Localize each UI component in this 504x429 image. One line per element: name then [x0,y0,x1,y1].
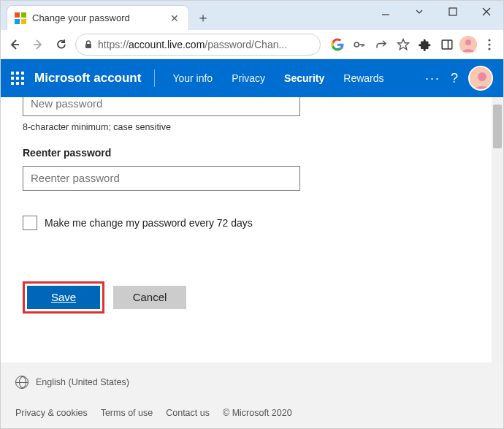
new-password-field[interactable] [23,97,300,116]
nav-rewards[interactable]: Rewards [339,72,388,84]
url-scheme: https:// [98,39,129,50]
help-icon[interactable]: ? [451,71,458,86]
save-button-highlight: Save [23,281,104,314]
star-icon[interactable] [394,35,413,54]
svg-point-21 [488,43,490,45]
url-host: account.live.com [129,39,205,50]
svg-point-22 [488,48,490,50]
footer-contact-link[interactable]: Contact us [166,408,210,418]
nav-more-icon[interactable]: ··· [425,71,440,86]
scroll-thumb[interactable] [493,105,502,148]
svg-rect-3 [21,19,26,24]
svg-point-11 [354,42,359,47]
menu-dots-icon[interactable] [480,35,499,54]
svg-rect-16 [442,40,452,49]
account-avatar[interactable] [468,66,493,91]
puzzle-icon[interactable] [416,35,435,54]
footer-privacy-link[interactable]: Privacy & cookies [15,408,88,418]
brand-title[interactable]: Microsoft account [34,71,141,86]
svg-point-20 [488,39,490,41]
address-bar: https://account.live.com/password/Chan..… [1,30,503,59]
nav-privacy[interactable]: Privacy [227,72,270,84]
address-actions [325,35,499,54]
svg-rect-2 [15,19,20,24]
page-footer: English (United States) Privacy & cookie… [1,362,503,428]
app-launcher-icon[interactable] [11,72,24,85]
reenter-password-label: Reenter password [23,147,490,159]
browser-tab[interactable]: Change your password ✕ [7,5,189,30]
svg-rect-1 [21,12,26,18]
nav-security[interactable]: Security [280,72,329,84]
page-content: 8-character minimum; case sensitive Reen… [1,97,503,362]
footer-copyright: © Microsoft 2020 [223,408,292,418]
nav-your-info[interactable]: Your info [168,72,217,84]
svg-point-24 [478,72,486,81]
share-icon[interactable] [372,35,391,54]
svg-marker-15 [398,39,409,49]
url-box[interactable]: https://account.live.com/password/Chan..… [75,34,321,56]
key-icon[interactable] [350,35,369,54]
reload-icon[interactable] [52,35,71,54]
tab-close-icon[interactable]: ✕ [168,12,181,24]
reenter-password-field[interactable] [23,166,300,191]
svg-rect-5 [449,8,457,15]
svg-rect-0 [15,12,20,18]
cancel-button[interactable]: Cancel [113,286,186,309]
back-icon[interactable] [5,35,24,54]
svg-rect-10 [85,44,91,48]
password-helper-text: 8-character minimum; case sensitive [23,122,490,132]
caret-down-icon[interactable] [402,1,436,23]
close-icon[interactable] [470,1,503,23]
footer-terms-link[interactable]: Terms of use [101,408,153,418]
profile-avatar[interactable] [459,36,477,53]
panel-icon[interactable] [438,35,457,54]
save-button[interactable]: Save [27,286,100,309]
header-divider [154,69,155,87]
globe-icon[interactable] [15,376,28,389]
maximize-icon[interactable] [436,1,470,23]
lock-icon [83,39,93,50]
google-icon[interactable] [328,35,347,54]
url-path: /password/Chan... [205,39,287,50]
minimize-icon[interactable] [369,1,402,23]
tab-title: Change your password [32,12,162,23]
browser-window: Change your password ✕ ＋ [0,0,504,429]
forward-icon[interactable] [28,35,47,54]
ms-account-header: Microsoft account Your info Privacy Secu… [1,59,503,97]
language-selector[interactable]: English (United States) [36,377,129,387]
titlebar: Change your password ✕ ＋ [1,1,503,30]
change-every-72days-checkbox[interactable] [23,216,37,230]
ms-favicon [15,12,26,24]
window-controls [369,1,503,23]
scrollbar[interactable] [492,97,503,362]
change-every-72days-label: Make me change my password every 72 days [45,217,253,229]
new-tab-button[interactable]: ＋ [192,7,214,29]
svg-point-19 [465,39,471,45]
